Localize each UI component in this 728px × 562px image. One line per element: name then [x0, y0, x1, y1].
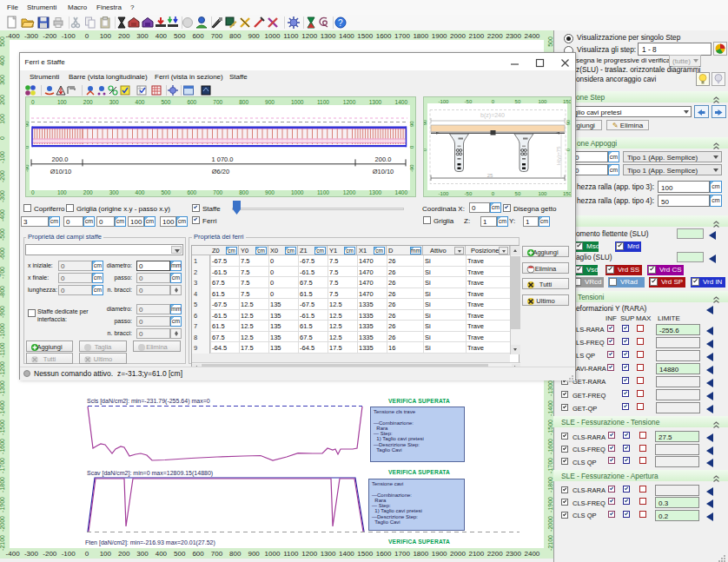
- svg-text:1300: 1300: [369, 99, 382, 105]
- svg-text:400: 400: [136, 99, 145, 105]
- svg-text:H(y)=75: H(y)=75: [556, 146, 561, 165]
- svg-text:50: 50: [515, 191, 521, 196]
- svg-text:Ø6/20: Ø6/20: [212, 168, 229, 175]
- svg-text:600: 600: [187, 189, 196, 195]
- svg-text:25: 25: [487, 173, 493, 178]
- svg-text:200.0: 200.0: [52, 155, 69, 163]
- svg-text:200: 200: [83, 99, 93, 105]
- svg-text:?: ?: [338, 18, 343, 28]
- svg-text:300: 300: [109, 189, 119, 195]
- svg-text:300: 300: [109, 99, 119, 105]
- svg-text:1400: 1400: [395, 189, 408, 195]
- svg-text:0: 0: [492, 99, 495, 104]
- svg-text:0: 0: [566, 149, 571, 151]
- svg-text:90: 90: [424, 120, 427, 125]
- svg-text:1 070.0: 1 070.0: [211, 155, 233, 163]
- svg-text:400: 400: [136, 189, 145, 195]
- svg-text:1300: 1300: [369, 189, 382, 195]
- svg-text:Ø10/10: Ø10/10: [373, 168, 394, 175]
- svg-text:100: 100: [538, 99, 547, 104]
- svg-text:100: 100: [57, 99, 67, 105]
- svg-text:1200: 1200: [343, 189, 356, 195]
- svg-text:Ø10/10: Ø10/10: [50, 168, 72, 175]
- svg-text:0: 0: [424, 149, 427, 151]
- svg-text:900: 900: [265, 189, 275, 195]
- svg-text:-100: -100: [438, 191, 449, 196]
- svg-text:90: 90: [26, 121, 30, 127]
- svg-text:500: 500: [162, 99, 171, 105]
- svg-text:500: 500: [162, 189, 171, 195]
- svg-text:600: 600: [187, 99, 196, 105]
- svg-text:100: 100: [57, 189, 67, 195]
- svg-text:1100: 1100: [317, 99, 329, 105]
- svg-text:-50: -50: [465, 191, 473, 196]
- svg-text:90: 90: [409, 121, 414, 127]
- svg-text:b(z)=240: b(z)=240: [480, 112, 505, 119]
- svg-text:-100: -100: [438, 99, 449, 104]
- svg-text:1400: 1400: [395, 99, 408, 105]
- svg-text:700: 700: [213, 189, 222, 195]
- svg-text:100: 100: [538, 191, 547, 196]
- svg-text:800: 800: [239, 189, 248, 195]
- svg-text:1000: 1000: [291, 99, 304, 105]
- svg-text:0: 0: [31, 99, 35, 105]
- svg-text:200: 200: [83, 189, 93, 195]
- svg-text:800: 800: [239, 99, 248, 105]
- svg-text:200.0: 200.0: [375, 155, 392, 163]
- svg-text:1000: 1000: [291, 189, 304, 195]
- svg-text:0: 0: [26, 145, 30, 149]
- svg-text:150: 150: [563, 191, 571, 196]
- svg-text:0: 0: [31, 189, 35, 195]
- svg-text:150: 150: [563, 99, 571, 104]
- svg-text:-50: -50: [465, 99, 473, 104]
- svg-text:900: 900: [265, 99, 275, 105]
- svg-text:0: 0: [492, 191, 495, 196]
- svg-text:-90: -90: [409, 164, 414, 172]
- svg-text:1200: 1200: [343, 99, 356, 105]
- svg-text:1100: 1100: [317, 189, 329, 195]
- svg-text:50: 50: [515, 99, 521, 104]
- svg-text:700: 700: [213, 99, 222, 105]
- svg-text:90: 90: [566, 120, 571, 125]
- svg-text:-90: -90: [26, 164, 30, 172]
